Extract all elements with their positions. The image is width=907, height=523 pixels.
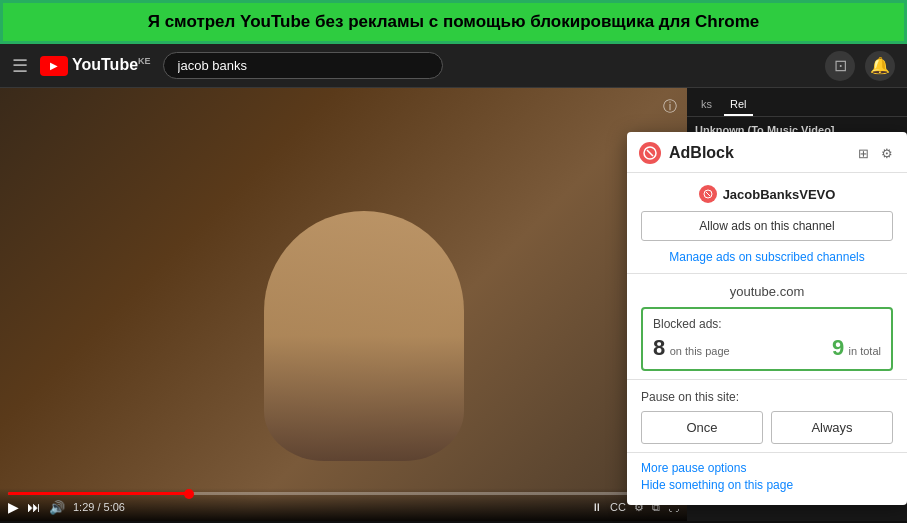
pause-always-button[interactable]: Always [771,411,893,444]
blocked-label-total: in total [849,345,881,357]
adblock-header: AdBlock ⊞ ⚙ [627,132,907,173]
sidebar-tabs: ks Rel [687,88,907,117]
progress-thumb [184,489,194,499]
time-display: 1:29 / 5:06 [73,501,125,513]
blocked-ads-box: Blocked ads: 8 on this page 9 in total [641,307,893,371]
pause-section: Pause on this site: Once Always [627,380,907,453]
next-button[interactable]: ⏭ [27,499,41,515]
blocked-count-this: 8 [653,335,665,360]
svg-line-3 [706,192,710,196]
notification-icon[interactable]: 🔔 [865,51,895,81]
pause-label: Pause on this site: [641,390,893,404]
domain-section: youtube.com Blocked ads: 8 on this page … [627,274,907,380]
blocked-total: 9 in total [832,335,881,361]
domain-name: youtube.com [641,284,893,299]
blocked-label-this: on this page [670,345,730,357]
controls-row: ▶ ⏭ 🔊 1:29 / 5:06 ⏸ CC ⚙ ⧉ ⛶ [8,499,679,515]
pause-icon[interactable]: ⏸ [591,501,602,513]
manage-ads-link[interactable]: Manage ads on subscribed channels [669,250,864,264]
adblock-header-icons: ⊞ ⚙ [856,144,895,163]
progress-bar[interactable] [8,492,679,495]
progress-fill [8,492,189,495]
top-banner: Я смотрел YouTube без рекламы с помощью … [0,0,907,44]
channel-logo-icon [699,185,717,203]
adblock-title: AdBlock [669,144,848,162]
grid-icon[interactable]: ⊞ [856,144,871,163]
youtube-logo[interactable]: YouTubeKE [40,56,151,76]
pause-buttons: Once Always [641,411,893,444]
header-right: ⊡ 🔔 [825,51,895,81]
video-info-icon[interactable]: ⓘ [663,98,677,116]
video-controls: ▶ ⏭ 🔊 1:29 / 5:06 ⏸ CC ⚙ ⧉ ⛶ [0,488,687,521]
cc-button[interactable]: CC [610,501,626,513]
main-content: vevo ⓘ ▶ ⏭ 🔊 1:29 / 5:06 ⏸ CC ⚙ ⧉ ⛶ [0,88,907,521]
video-area: vevo ⓘ ▶ ⏭ 🔊 1:29 / 5:06 ⏸ CC ⚙ ⧉ ⛶ [0,88,687,521]
youtube-logo-text: YouTubeKE [72,56,151,74]
volume-button[interactable]: 🔊 [49,500,65,515]
svg-line-1 [647,150,653,156]
blocked-ads-numbers: 8 on this page 9 in total [653,335,881,361]
search-input[interactable] [163,52,443,79]
banner-text: Я смотрел YouTube без рекламы с помощью … [148,12,760,31]
channel-logo-row: JacobBanksVEVO [641,185,893,203]
blocked-ads-label: Blocked ads: [653,317,881,331]
hamburger-icon[interactable]: ☰ [12,55,28,77]
gear-icon[interactable]: ⚙ [879,144,895,163]
allow-ads-button[interactable]: Allow ads on this channel [641,211,893,241]
more-pause-link[interactable]: More pause options [641,461,893,475]
youtube-logo-icon [40,56,68,76]
tab-related[interactable]: Rel [724,94,753,116]
hide-something-link[interactable]: Hide something on this page [641,478,893,492]
adblock-logo-icon [639,142,661,164]
play-button[interactable]: ▶ [8,499,19,515]
blocked-this-page: 8 on this page [653,335,730,361]
video-background: vevo ⓘ [0,88,687,521]
blocked-count-total: 9 [832,335,844,360]
adblock-footer: More pause options Hide something on thi… [627,453,907,505]
youtube-header: ☰ YouTubeKE ⊡ 🔔 [0,44,907,88]
adblock-popup: AdBlock ⊞ ⚙ JacobBanksVEVO Allow ads on … [627,132,907,505]
video-frame [264,211,464,461]
channel-section: JacobBanksVEVO Allow ads on this channel… [627,173,907,274]
channel-name: JacobBanksVEVO [723,187,836,202]
cast-icon[interactable]: ⊡ [825,51,855,81]
pause-once-button[interactable]: Once [641,411,763,444]
tab-ks[interactable]: ks [695,94,718,116]
